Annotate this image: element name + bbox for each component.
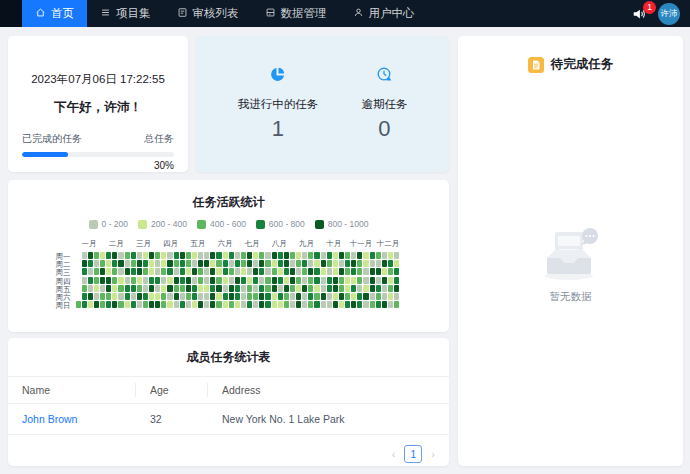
- heatmap-cell: [137, 260, 142, 267]
- heatmap-cell: [339, 293, 344, 300]
- heatmap-cell: [149, 285, 154, 292]
- heatmap-cell: [167, 252, 172, 259]
- heatmap-cell: [321, 301, 326, 308]
- heatmap-cell: [394, 301, 399, 308]
- heatmap-cell: [125, 260, 130, 267]
- heatmap-cell: [394, 293, 399, 300]
- todo-document-icon: [528, 57, 544, 73]
- activity-heatmap: [76, 252, 402, 308]
- nav-menu: 首页项目集审核列表数据管理用户中心: [22, 0, 428, 27]
- heatmap-cell: [357, 268, 362, 275]
- list-icon: [100, 7, 111, 20]
- nav-item-2[interactable]: 审核列表: [164, 0, 252, 27]
- heatmap-cell: [321, 277, 326, 284]
- heatmap-cell: [363, 268, 368, 275]
- heatmap-cell: [161, 260, 166, 267]
- user-avatar[interactable]: 许沛: [658, 3, 680, 25]
- member-name-link[interactable]: John Brown: [8, 404, 136, 435]
- heatmap-cell: [321, 268, 326, 275]
- heatmap-cell: [327, 268, 332, 275]
- heatmap-cell: [192, 277, 197, 284]
- heatmap-cell: [308, 293, 313, 300]
- heatmap-cell: [94, 277, 99, 284]
- nav-item-1[interactable]: 项目集: [87, 0, 164, 27]
- heatmap-cell: [394, 285, 399, 292]
- heatmap-cell: [192, 301, 197, 308]
- heatmap-cell: [88, 301, 93, 308]
- heatmap-cell: [302, 293, 307, 300]
- heatmap-cell: [106, 260, 111, 267]
- heatmap-cell: [229, 293, 234, 300]
- heatmap-cell: [76, 252, 81, 259]
- heatmap-cell: [259, 252, 264, 259]
- heatmap-cell: [198, 285, 203, 292]
- progress-label-completed: 已完成的任务: [22, 132, 82, 146]
- empty-state-text: 暂无数据: [550, 290, 592, 304]
- heatmap-cell: [198, 301, 203, 308]
- heatmap-cell: [94, 252, 99, 259]
- heatmap-cell: [382, 252, 387, 259]
- heatmap-cell: [284, 301, 289, 308]
- heatmap-cell: [333, 301, 338, 308]
- heatmap-cell: [118, 268, 123, 275]
- heatmap-cell: [149, 301, 154, 308]
- legend-item-0: 0 - 200: [89, 219, 128, 229]
- heatmap-cell: [131, 277, 136, 284]
- pagination-next-button[interactable]: ›: [431, 448, 435, 460]
- heatmap-cell: [272, 301, 277, 308]
- heatmap-cell: [351, 268, 356, 275]
- heatmap-cell: [76, 268, 81, 275]
- heatmap-cell: [143, 260, 148, 267]
- heatmap-cell: [174, 301, 179, 308]
- nav-item-0[interactable]: 首页: [22, 0, 87, 27]
- nav-item-3[interactable]: 数据管理: [252, 0, 340, 27]
- heatmap-cell: [314, 301, 319, 308]
- heatmap-cell: [186, 301, 191, 308]
- heatmap-cell: [363, 293, 368, 300]
- heatmap-cell: [76, 301, 81, 308]
- heatmap-cell: [327, 252, 332, 259]
- pagination-page-1[interactable]: 1: [404, 445, 422, 463]
- heatmap-cell: [382, 293, 387, 300]
- heatmap-cell: [186, 277, 191, 284]
- heatmap-cell: [376, 260, 381, 267]
- heatmap-cell: [327, 277, 332, 284]
- heatmap-cell: [345, 293, 350, 300]
- heatmap-cell: [241, 268, 246, 275]
- heatmap-cell: [247, 277, 252, 284]
- pagination: ‹ 1 ›: [8, 435, 449, 463]
- heatmap-cell: [363, 260, 368, 267]
- heatmap-cell: [223, 260, 228, 267]
- heatmap-cell: [265, 260, 270, 267]
- heatmap-cell: [296, 260, 301, 267]
- heatmap-cell: [216, 301, 221, 308]
- heatmap-cell: [229, 252, 234, 259]
- heatmap-cell: [357, 285, 362, 292]
- heatmap-cell: [82, 285, 87, 292]
- heatmap-cell: [155, 268, 160, 275]
- notification-button[interactable]: 1: [632, 7, 646, 21]
- stat-value: 1: [272, 116, 284, 142]
- heatmap-cell: [204, 268, 209, 275]
- heatmap-cell: [247, 285, 252, 292]
- heatmap-cell: [370, 301, 375, 308]
- heatmap-cell: [216, 252, 221, 259]
- heatmap-cell: [143, 268, 148, 275]
- heatmap-cell: [216, 268, 221, 275]
- heatmap-cell: [192, 260, 197, 267]
- heatmap-cell: [192, 285, 197, 292]
- heatmap-cell: [278, 301, 283, 308]
- heatmap-cell: [376, 252, 381, 259]
- heatmap-cell: [388, 252, 393, 259]
- pagination-prev-button[interactable]: ‹: [392, 448, 396, 460]
- heatmap-cell: [186, 252, 191, 259]
- heatmap-cell: [388, 260, 393, 267]
- heatmap-cell: [125, 268, 130, 275]
- heatmap-cell: [82, 277, 87, 284]
- stats-card: 我进行中的任务1逾期任务0: [196, 36, 449, 172]
- heatmap-cell: [112, 301, 117, 308]
- heatmap-cell: [125, 301, 130, 308]
- heatmap-cell: [112, 268, 117, 275]
- heatmap-cell: [314, 293, 319, 300]
- nav-item-4[interactable]: 用户中心: [340, 0, 428, 27]
